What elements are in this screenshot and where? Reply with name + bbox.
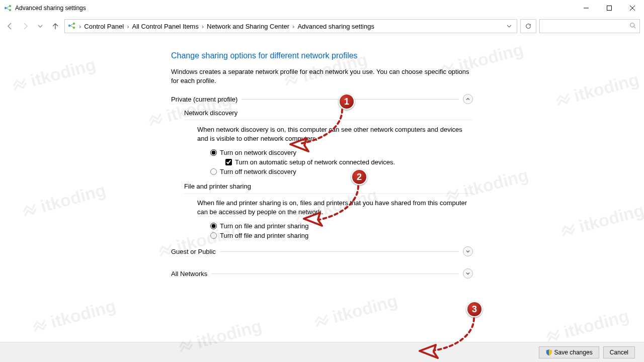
chevron-right-icon[interactable]: › bbox=[291, 23, 295, 30]
profile-private-header[interactable]: Private (current profile) bbox=[171, 94, 473, 104]
svg-point-9 bbox=[68, 24, 70, 26]
radio-input[interactable] bbox=[210, 149, 217, 156]
divider bbox=[184, 120, 473, 120]
maximize-button[interactable] bbox=[598, 0, 621, 16]
file-printer-title: File and printer sharing bbox=[184, 183, 473, 190]
watermark: itkoding bbox=[542, 306, 631, 347]
svg-line-3 bbox=[7, 7, 9, 8]
radio-label: Turn on file and printer sharing bbox=[220, 222, 309, 230]
radio-turn-on-file-printer[interactable]: Turn on file and printer sharing bbox=[210, 222, 473, 230]
divider bbox=[184, 193, 473, 194]
svg-line-4 bbox=[7, 8, 9, 10]
chevron-up-icon[interactable] bbox=[463, 94, 473, 104]
watermark: itkoding bbox=[311, 291, 399, 332]
refresh-button[interactable] bbox=[520, 19, 536, 33]
watermark: itkoding bbox=[29, 296, 118, 337]
radio-label: Turn off network discovery bbox=[220, 168, 296, 175]
profile-all-label: All Networks bbox=[171, 270, 207, 278]
profile-guest-label: Guest or Public bbox=[171, 248, 216, 255]
checkbox-input[interactable] bbox=[225, 159, 232, 165]
search-icon bbox=[629, 22, 636, 31]
svg-point-14 bbox=[630, 23, 634, 27]
close-button[interactable] bbox=[621, 0, 644, 16]
network-discovery-desc: When network discovery is on, this compu… bbox=[197, 125, 473, 143]
breadcrumb-item[interactable]: Network and Sharing Center bbox=[207, 23, 289, 30]
svg-point-0 bbox=[5, 7, 7, 9]
checkbox-auto-setup[interactable]: Turn on automatic setup of network conne… bbox=[225, 158, 473, 166]
forward-button[interactable] bbox=[19, 20, 31, 32]
network-center-icon bbox=[4, 4, 12, 12]
breadcrumb-item[interactable]: Control Panel bbox=[84, 23, 124, 30]
breadcrumb-item[interactable]: Advanced sharing settings bbox=[297, 23, 374, 30]
minimize-button[interactable] bbox=[575, 0, 598, 16]
file-printer-desc: When file and printer sharing is on, fil… bbox=[197, 199, 473, 216]
button-label: Save changes bbox=[554, 349, 593, 356]
divider bbox=[220, 251, 459, 252]
svg-point-11 bbox=[73, 26, 75, 28]
radio-turn-off-network-discovery[interactable]: Turn off network discovery bbox=[210, 168, 473, 175]
recent-locations-button[interactable] bbox=[34, 20, 46, 32]
svg-line-15 bbox=[634, 26, 636, 28]
profile-private-label: Private (current profile) bbox=[171, 96, 237, 103]
cancel-button[interactable]: Cancel bbox=[603, 346, 635, 358]
svg-point-10 bbox=[73, 22, 75, 24]
radio-input[interactable] bbox=[210, 223, 217, 229]
chevron-down-icon[interactable] bbox=[463, 268, 473, 279]
radio-input[interactable] bbox=[210, 232, 217, 239]
shield-icon bbox=[545, 349, 552, 356]
address-dropdown-button[interactable] bbox=[505, 23, 514, 30]
window-title: Advanced sharing settings bbox=[15, 5, 86, 12]
profile-all-header[interactable]: All Networks bbox=[171, 268, 473, 279]
svg-line-12 bbox=[70, 24, 73, 25]
svg-point-1 bbox=[9, 5, 11, 7]
svg-rect-6 bbox=[607, 6, 612, 11]
chevron-right-icon[interactable]: › bbox=[126, 23, 130, 30]
button-label: Cancel bbox=[610, 349, 628, 356]
search-input[interactable] bbox=[539, 19, 640, 33]
chevron-right-icon[interactable]: › bbox=[201, 23, 205, 30]
profile-guest-header[interactable]: Guest or Public bbox=[171, 246, 473, 256]
page-description: Windows creates a separate network profi… bbox=[171, 67, 473, 85]
radio-label: Turn on network discovery bbox=[220, 149, 296, 156]
radio-turn-on-network-discovery[interactable]: Turn on network discovery bbox=[210, 149, 473, 156]
back-button[interactable] bbox=[4, 20, 16, 32]
svg-line-13 bbox=[70, 26, 73, 27]
radio-label: Turn off file and printer sharing bbox=[220, 232, 308, 239]
network-center-icon bbox=[68, 22, 76, 31]
page-heading: Change sharing options for different net… bbox=[171, 51, 473, 60]
breadcrumb-item[interactable]: All Control Panel Items bbox=[132, 23, 198, 30]
chevron-down-icon[interactable] bbox=[463, 246, 473, 256]
divider bbox=[242, 99, 459, 100]
radio-input[interactable] bbox=[210, 168, 217, 175]
save-changes-button[interactable]: Save changes bbox=[539, 346, 599, 358]
chevron-right-icon[interactable]: › bbox=[78, 23, 82, 30]
divider bbox=[211, 274, 459, 274]
svg-point-2 bbox=[9, 9, 11, 11]
up-button[interactable] bbox=[49, 20, 61, 32]
radio-turn-off-file-printer[interactable]: Turn off file and printer sharing bbox=[210, 232, 473, 239]
address-bar[interactable]: › Control Panel › All Control Panel Item… bbox=[64, 19, 517, 33]
checkbox-label: Turn on automatic setup of network conne… bbox=[235, 158, 395, 166]
network-discovery-title: Network discovery bbox=[184, 109, 473, 117]
annotation-badge-3: 3 bbox=[466, 301, 482, 317]
